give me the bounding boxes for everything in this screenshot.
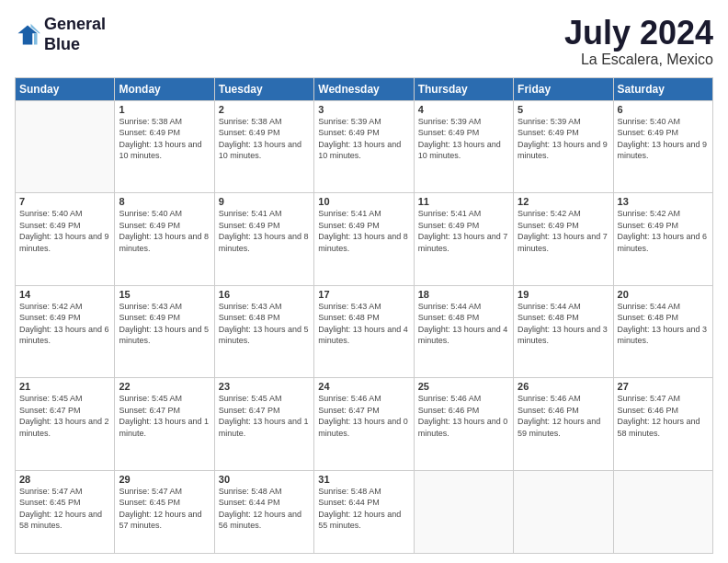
- table-row: [613, 470, 712, 553]
- header-row: Sunday Monday Tuesday Wednesday Thursday…: [16, 77, 713, 100]
- day-info: Sunrise: 5:42 AM Sunset: 6:49 PM Dayligh…: [618, 208, 709, 254]
- day-info: Sunrise: 5:43 AM Sunset: 6:48 PM Dayligh…: [219, 301, 310, 347]
- table-row: 22Sunrise: 5:45 AM Sunset: 6:47 PM Dayli…: [115, 378, 214, 470]
- day-number: 23: [219, 381, 310, 392]
- day-info: Sunrise: 5:40 AM Sunset: 6:49 PM Dayligh…: [618, 116, 709, 162]
- table-row: 19Sunrise: 5:44 AM Sunset: 6:48 PM Dayli…: [514, 285, 613, 377]
- logo: General Blue: [15, 15, 106, 54]
- table-row: 13Sunrise: 5:42 AM Sunset: 6:49 PM Dayli…: [613, 193, 712, 285]
- day-info: Sunrise: 5:40 AM Sunset: 6:49 PM Dayligh…: [19, 208, 110, 254]
- col-saturday: Saturday: [613, 77, 712, 100]
- table-row: 1Sunrise: 5:38 AM Sunset: 6:49 PM Daylig…: [115, 100, 214, 192]
- day-info: Sunrise: 5:46 AM Sunset: 6:46 PM Dayligh…: [418, 393, 509, 439]
- table-row: 20Sunrise: 5:44 AM Sunset: 6:48 PM Dayli…: [613, 285, 712, 377]
- day-number: 12: [518, 196, 609, 207]
- day-info: Sunrise: 5:43 AM Sunset: 6:48 PM Dayligh…: [318, 301, 409, 347]
- table-row: 14Sunrise: 5:42 AM Sunset: 6:49 PM Dayli…: [16, 285, 115, 377]
- day-number: 27: [618, 381, 709, 392]
- table-row: 16Sunrise: 5:43 AM Sunset: 6:48 PM Dayli…: [214, 285, 313, 377]
- day-info: Sunrise: 5:45 AM Sunset: 6:47 PM Dayligh…: [19, 393, 110, 439]
- table-row: [16, 100, 115, 192]
- table-row: 23Sunrise: 5:45 AM Sunset: 6:47 PM Dayli…: [214, 378, 313, 470]
- day-number: 25: [418, 381, 509, 392]
- day-info: Sunrise: 5:39 AM Sunset: 6:49 PM Dayligh…: [418, 116, 509, 162]
- col-sunday: Sunday: [16, 77, 115, 100]
- title-block: July 2024 La Escalera, Mexico: [564, 15, 713, 68]
- table-row: 7Sunrise: 5:40 AM Sunset: 6:49 PM Daylig…: [16, 193, 115, 285]
- table-row: 10Sunrise: 5:41 AM Sunset: 6:49 PM Dayli…: [314, 193, 414, 285]
- day-info: Sunrise: 5:46 AM Sunset: 6:47 PM Dayligh…: [318, 393, 409, 439]
- day-number: 31: [318, 474, 409, 485]
- table-row: 12Sunrise: 5:42 AM Sunset: 6:49 PM Dayli…: [514, 193, 613, 285]
- table-row: 26Sunrise: 5:46 AM Sunset: 6:46 PM Dayli…: [514, 378, 613, 470]
- month-title: July 2024: [564, 15, 713, 52]
- table-row: 31Sunrise: 5:48 AM Sunset: 6:44 PM Dayli…: [314, 470, 414, 553]
- day-info: Sunrise: 5:47 AM Sunset: 6:45 PM Dayligh…: [19, 486, 110, 532]
- day-number: 24: [318, 381, 409, 392]
- day-number: 10: [318, 196, 409, 207]
- day-number: 7: [19, 196, 110, 207]
- day-number: 13: [618, 196, 709, 207]
- day-info: Sunrise: 5:44 AM Sunset: 6:48 PM Dayligh…: [518, 301, 609, 347]
- day-number: 17: [318, 289, 409, 300]
- day-info: Sunrise: 5:46 AM Sunset: 6:46 PM Dayligh…: [518, 393, 609, 439]
- table-row: 24Sunrise: 5:46 AM Sunset: 6:47 PM Dayli…: [314, 378, 414, 470]
- table-row: 6Sunrise: 5:40 AM Sunset: 6:49 PM Daylig…: [613, 100, 712, 192]
- location: La Escalera, Mexico: [564, 52, 713, 68]
- day-info: Sunrise: 5:47 AM Sunset: 6:46 PM Dayligh…: [618, 393, 709, 439]
- day-number: 29: [119, 474, 210, 485]
- day-number: 18: [418, 289, 509, 300]
- table-row: 4Sunrise: 5:39 AM Sunset: 6:49 PM Daylig…: [414, 100, 513, 192]
- day-info: Sunrise: 5:38 AM Sunset: 6:49 PM Dayligh…: [119, 116, 210, 162]
- day-info: Sunrise: 5:48 AM Sunset: 6:44 PM Dayligh…: [318, 486, 409, 532]
- day-number: 22: [119, 381, 210, 392]
- table-row: 5Sunrise: 5:39 AM Sunset: 6:49 PM Daylig…: [514, 100, 613, 192]
- day-number: 21: [19, 381, 110, 392]
- day-info: Sunrise: 5:47 AM Sunset: 6:45 PM Dayligh…: [119, 486, 210, 532]
- page: General Blue July 2024 La Escalera, Mexi…: [0, 0, 728, 563]
- header: General Blue July 2024 La Escalera, Mexi…: [15, 15, 713, 68]
- day-number: 16: [219, 289, 310, 300]
- col-tuesday: Tuesday: [214, 77, 313, 100]
- day-number: 1: [119, 104, 210, 115]
- day-info: Sunrise: 5:45 AM Sunset: 6:47 PM Dayligh…: [119, 393, 210, 439]
- table-row: 9Sunrise: 5:41 AM Sunset: 6:49 PM Daylig…: [214, 193, 313, 285]
- day-info: Sunrise: 5:42 AM Sunset: 6:49 PM Dayligh…: [518, 208, 609, 254]
- table-row: 29Sunrise: 5:47 AM Sunset: 6:45 PM Dayli…: [115, 470, 214, 553]
- day-number: 8: [119, 196, 210, 207]
- day-number: 2: [219, 104, 310, 115]
- day-info: Sunrise: 5:39 AM Sunset: 6:49 PM Dayligh…: [518, 116, 609, 162]
- week-row-4: 21Sunrise: 5:45 AM Sunset: 6:47 PM Dayli…: [16, 378, 713, 470]
- table-row: 18Sunrise: 5:44 AM Sunset: 6:48 PM Dayli…: [414, 285, 513, 377]
- day-info: Sunrise: 5:41 AM Sunset: 6:49 PM Dayligh…: [418, 208, 509, 254]
- day-number: 15: [119, 289, 210, 300]
- table-row: 30Sunrise: 5:48 AM Sunset: 6:44 PM Dayli…: [214, 470, 313, 553]
- day-info: Sunrise: 5:39 AM Sunset: 6:49 PM Dayligh…: [318, 116, 409, 162]
- calendar-table: Sunday Monday Tuesday Wednesday Thursday…: [15, 77, 713, 554]
- day-number: 19: [518, 289, 609, 300]
- table-row: 25Sunrise: 5:46 AM Sunset: 6:46 PM Dayli…: [414, 378, 513, 470]
- logo-line1: General: [44, 15, 106, 35]
- day-number: 9: [219, 196, 310, 207]
- day-number: 20: [618, 289, 709, 300]
- logo-icon: [15, 22, 40, 48]
- table-row: 11Sunrise: 5:41 AM Sunset: 6:49 PM Dayli…: [414, 193, 513, 285]
- week-row-1: 1Sunrise: 5:38 AM Sunset: 6:49 PM Daylig…: [16, 100, 713, 192]
- day-number: 26: [518, 381, 609, 392]
- table-row: 3Sunrise: 5:39 AM Sunset: 6:49 PM Daylig…: [314, 100, 414, 192]
- day-number: 14: [19, 289, 110, 300]
- logo-text: General Blue: [44, 15, 106, 54]
- week-row-5: 28Sunrise: 5:47 AM Sunset: 6:45 PM Dayli…: [16, 470, 713, 553]
- logo-line2: Blue: [44, 35, 106, 55]
- week-row-3: 14Sunrise: 5:42 AM Sunset: 6:49 PM Dayli…: [16, 285, 713, 377]
- table-row: 15Sunrise: 5:43 AM Sunset: 6:49 PM Dayli…: [115, 285, 214, 377]
- day-number: 30: [219, 474, 310, 485]
- day-number: 6: [618, 104, 709, 115]
- day-info: Sunrise: 5:43 AM Sunset: 6:49 PM Dayligh…: [119, 301, 210, 347]
- table-row: [414, 470, 513, 553]
- day-number: 3: [318, 104, 409, 115]
- day-number: 28: [19, 474, 110, 485]
- day-number: 5: [518, 104, 609, 115]
- day-info: Sunrise: 5:48 AM Sunset: 6:44 PM Dayligh…: [219, 486, 310, 532]
- day-info: Sunrise: 5:40 AM Sunset: 6:49 PM Dayligh…: [119, 208, 210, 254]
